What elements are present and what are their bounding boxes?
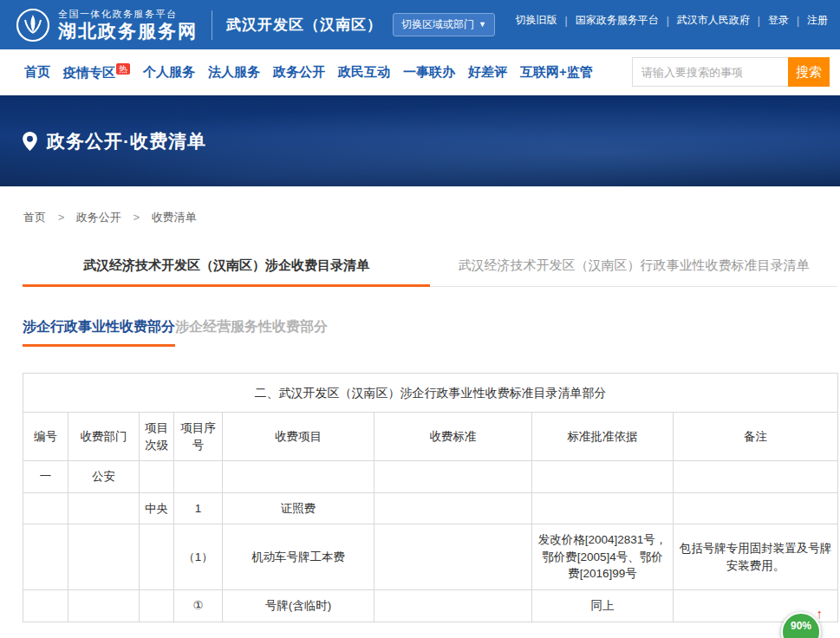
table-cell [674, 492, 838, 524]
logo-area: 全国一体化政务服务平台 湖北政务服务网 [16, 8, 198, 42]
subtab-business-service-fees[interactable]: 涉企经营服务性收费部分 [175, 318, 328, 347]
col-header-approval-basis: 标准批准依据 [532, 413, 674, 461]
nav-item-supervision[interactable]: 互联网+监管 [520, 64, 593, 81]
header-divider [212, 10, 212, 40]
link-register[interactable]: 注册 [807, 13, 828, 28]
table-cell [374, 461, 532, 493]
table-cell [374, 589, 532, 622]
arrow-up-icon: ↑ [817, 607, 824, 620]
table-cell: ① [174, 589, 223, 622]
breadcrumb: 首页 > 政务公开 > 收费清单 [23, 186, 837, 238]
zoom-widget-label: 90% [791, 620, 811, 632]
table-cell [532, 492, 674, 524]
search-bar: 搜索 [632, 57, 830, 87]
table-cell [68, 492, 140, 524]
col-header-fee-standard: 收费标准 [374, 413, 532, 461]
top-links: 切换旧版 | 国家政务服务平台 | 武汉市人民政府 | 登录 | 注册 [516, 13, 829, 28]
table-cell [68, 524, 140, 590]
table-cell: 一 [23, 461, 68, 493]
table-header-row: 编号 收费部门 项目次级 项目序号 收费项目 收费标准 标准批准依据 备注 [23, 413, 838, 461]
table-cell [374, 492, 532, 524]
col-header-project-seq: 项目序号 [174, 413, 223, 461]
table-cell [223, 461, 374, 493]
switch-region-label: 切换区域或部门 [401, 17, 474, 32]
table-cell: 机动车号牌工本费 [223, 524, 374, 590]
switch-region-button[interactable]: 切换区域或部门 ▼ [393, 13, 495, 36]
table-cell: 同上 [532, 589, 674, 622]
breadcrumb-home[interactable]: 首页 [23, 211, 46, 224]
link-old-version[interactable]: 切换旧版 [516, 13, 557, 28]
breadcrumb-current: 收费清单 [152, 211, 197, 224]
table-title: 二、武汉开发区（汉南区）涉企行政事业性收费标准目录清单部分 [23, 374, 838, 413]
current-region: 武汉开发区（汉南区） [226, 15, 382, 35]
nav-item-review[interactable]: 好差评 [468, 64, 507, 81]
site-logo-icon [16, 8, 50, 42]
link-login[interactable]: 登录 [768, 13, 789, 28]
table-cell [674, 461, 838, 493]
nav-item-onething[interactable]: 一事联办 [403, 64, 455, 81]
search-input[interactable] [632, 57, 788, 87]
table-cell [23, 589, 68, 622]
subtab-admin-institutional-fees[interactable]: 涉企行政事业性收费部分 [23, 318, 175, 347]
search-button[interactable]: 搜索 [788, 57, 830, 87]
table-cell [140, 589, 174, 622]
table-cell [140, 461, 174, 493]
table-cell: 公安 [68, 461, 140, 493]
table-cell: 中央 [140, 492, 174, 524]
nav-item-legal[interactable]: 法人服务 [208, 64, 260, 81]
nav-item-interaction[interactable]: 政民互动 [338, 64, 390, 81]
main-nav: 首页 疫情专区热 个人服务 法人服务 政务公开 政民互动 一事联办 好差评 互联… [0, 49, 840, 95]
link-separator: | [750, 15, 768, 27]
location-pin-icon [22, 131, 38, 152]
platform-label: 全国一体化政务服务平台 [58, 8, 198, 21]
table-cell [23, 524, 68, 590]
table-row: ① 号牌(含临时) 同上 [23, 589, 838, 622]
page-banner: 政务公开·收费清单 [0, 95, 840, 186]
chevron-down-icon: ▼ [479, 21, 486, 29]
table-cell [532, 461, 674, 493]
link-national-platform[interactable]: 国家政务服务平台 [576, 13, 659, 28]
table-cell [374, 524, 532, 590]
table-title-row: 二、武汉开发区（汉南区）涉企行政事业性收费标准目录清单部分 [23, 374, 838, 413]
table-cell: 包括号牌专用固封装置及号牌安装费用。 [674, 524, 838, 590]
link-wuhan-gov[interactable]: 武汉市人民政府 [677, 13, 750, 28]
col-header-number: 编号 [23, 413, 68, 461]
fee-part-subtabs: 涉企行政事业性收费部分 涉企经营服务性收费部分 [23, 318, 837, 347]
table-cell [23, 492, 68, 524]
table-cell [174, 461, 223, 493]
tab-enterprise-fee-catalog[interactable]: 武汉经济技术开发区（汉南区）涉企收费目录清单 [23, 246, 430, 287]
site-name: 湖北政务服务网 [58, 21, 198, 42]
hot-badge: 热 [116, 63, 130, 75]
table-cell [68, 589, 140, 622]
site-header: 全国一体化政务服务平台 湖北政务服务网 武汉开发区（汉南区） 切换区域或部门 ▼… [0, 0, 840, 49]
table-cell: 号牌(含临时) [223, 589, 374, 622]
table-cell: 发改价格[2004]2831号， 鄂价费[2005]4号、鄂价费[2016]99… [532, 524, 674, 590]
breadcrumb-disclosure[interactable]: 政务公开 [76, 211, 121, 224]
table-row: （1） 机动车号牌工本费 发改价格[2004]2831号， 鄂价费[2005]4… [23, 524, 838, 590]
table-row: 中央 1 证照费 [23, 492, 838, 524]
table-cell: 证照费 [223, 492, 374, 524]
col-header-department: 收费部门 [68, 413, 140, 461]
nav-item-home[interactable]: 首页 [24, 64, 50, 81]
nav-item-epidemic-label: 疫情专区 [63, 65, 115, 80]
col-header-fee-item: 收费项目 [223, 413, 374, 461]
nav-item-disclosure[interactable]: 政务公开 [273, 64, 325, 81]
link-separator: | [789, 15, 807, 27]
breadcrumb-separator: > [49, 211, 74, 224]
breadcrumb-separator: > [124, 211, 148, 224]
link-separator: | [659, 15, 677, 27]
page-title: 政务公开·收费清单 [47, 129, 206, 153]
table-cell: （1） [174, 524, 223, 590]
table-cell: 1 [174, 492, 223, 524]
fee-list-tabs: 武汉经济技术开发区（汉南区）涉企收费目录清单 武汉经济技术开发区（汉南区）行政事… [23, 246, 837, 287]
table-cell [140, 524, 174, 590]
link-separator: | [557, 15, 576, 27]
tab-admin-fee-standard-catalog[interactable]: 武汉经济技术开发区（汉南区）行政事业性收费标准目录清单 [430, 246, 837, 286]
fee-table: 二、武汉开发区（汉南区）涉企行政事业性收费标准目录清单部分 编号 收费部门 项目… [23, 373, 838, 622]
nav-item-personal[interactable]: 个人服务 [143, 64, 195, 81]
nav-item-epidemic[interactable]: 疫情专区热 [63, 63, 130, 81]
col-header-project-level: 项目次级 [140, 413, 174, 461]
col-header-remarks: 备注 [674, 413, 838, 461]
table-row: 一 公安 [23, 461, 838, 493]
